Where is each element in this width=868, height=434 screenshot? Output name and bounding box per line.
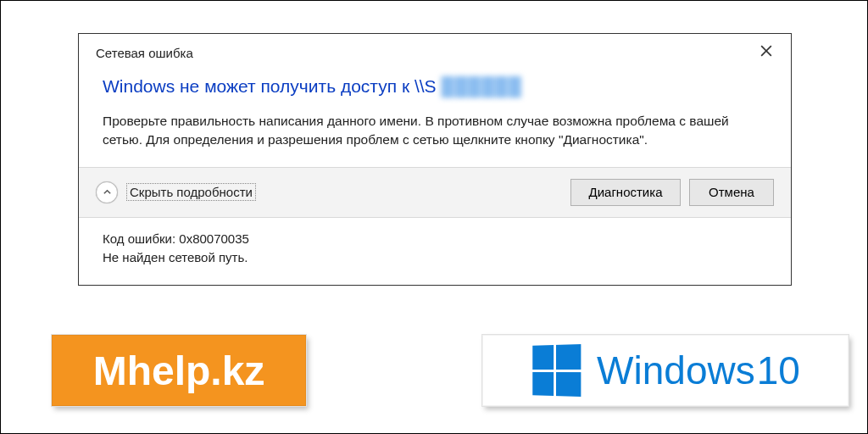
dialog-title: Сетевая ошибка	[96, 46, 193, 60]
network-error-dialog: Сетевая ошибка Windows не может получить…	[78, 33, 792, 286]
windows10-badge: Windows10	[482, 335, 849, 406]
windows-word: Windows	[597, 348, 755, 392]
error-description: Проверьте правильность написания данного…	[103, 112, 767, 150]
mhelp-badge: Mhelp.kz	[52, 335, 306, 406]
close-button[interactable]	[754, 42, 779, 63]
chevron-up-icon	[103, 185, 112, 200]
error-heading-text: Windows не может получить доступ к \\S	[103, 76, 437, 97]
error-heading: Windows не может получить доступ к \\S██…	[103, 76, 767, 97]
dialog-details: Код ошибки: 0x80070035 Не найден сетевой…	[79, 217, 791, 286]
dialog-body: Windows не может получить доступ к \\S██…	[79, 68, 791, 167]
error-code-line: Код ошибки: 0x80070035	[103, 230, 767, 248]
toggle-details-button[interactable]	[96, 181, 118, 203]
mhelp-badge-text: Mhelp.kz	[93, 348, 265, 394]
close-icon	[760, 44, 772, 61]
cancel-button[interactable]: Отмена	[689, 179, 774, 206]
windows-version: 10	[757, 348, 800, 392]
error-message-line: Не найден сетевой путь.	[103, 248, 767, 267]
diagnose-button[interactable]: Диагностика	[570, 179, 681, 206]
windows10-badge-text: Windows10	[597, 348, 800, 393]
dialog-action-row: Скрыть подробности Диагностика Отмена	[79, 167, 791, 217]
toggle-details-label[interactable]: Скрыть подробности	[126, 183, 256, 201]
error-heading-redacted: ██████	[442, 76, 522, 97]
dialog-titlebar: Сетевая ошибка	[79, 34, 791, 68]
windows-logo-icon	[532, 344, 581, 397]
